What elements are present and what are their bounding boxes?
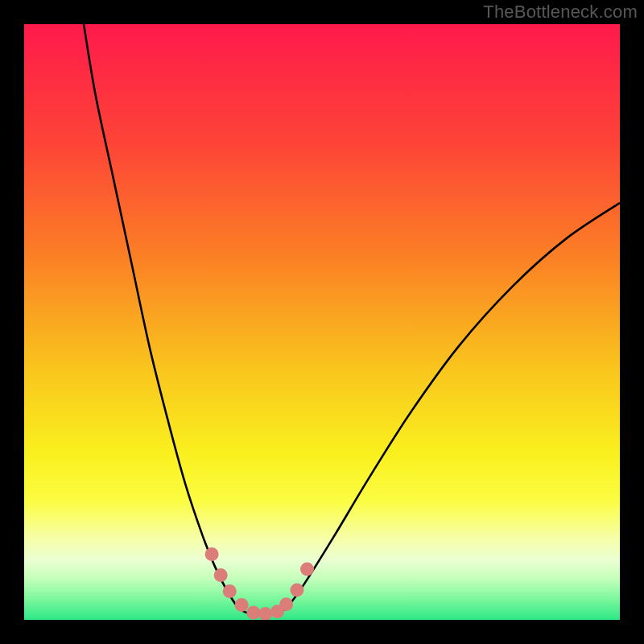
valley-marker <box>246 606 260 620</box>
watermark-text: TheBottleneck.com <box>483 2 638 23</box>
valley-marker <box>290 584 303 597</box>
valley-marker <box>300 563 314 576</box>
valley-marker <box>214 568 228 582</box>
plot-area <box>24 24 620 620</box>
valley-marker <box>205 547 219 561</box>
valley-marker <box>235 598 249 612</box>
valley-marker <box>223 584 237 598</box>
chart-frame: TheBottleneck.com <box>0 0 644 644</box>
valley-marker <box>279 597 293 611</box>
chart-svg <box>24 24 620 620</box>
gradient-background <box>24 24 620 620</box>
